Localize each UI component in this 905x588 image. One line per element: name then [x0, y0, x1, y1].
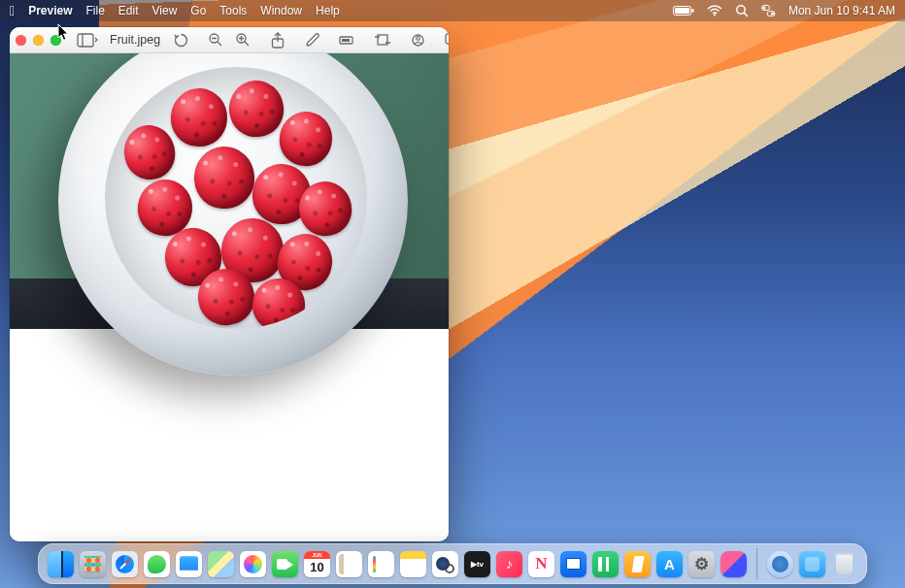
window-controls — [16, 35, 61, 46]
svg-point-26 — [416, 36, 419, 40]
document-title: Fruit.jpeg — [110, 33, 160, 47]
toolbar — [168, 30, 449, 50]
zoom-out-button[interactable] — [203, 30, 228, 50]
dock-app-numbers[interactable] — [592, 551, 619, 577]
dock-app-mail[interactable] — [176, 551, 202, 577]
menu-edit[interactable]: Edit — [118, 4, 139, 17]
image-canvas[interactable] — [10, 53, 449, 541]
rotate-button[interactable] — [168, 30, 193, 50]
menubar-right: Mon Jun 10 9:41 AM — [673, 4, 895, 17]
spotlight-icon[interactable] — [735, 4, 749, 17]
dock-app-photos[interactable] — [240, 551, 266, 577]
menubar-clock[interactable]: Mon Jun 10 9:41 AM — [788, 4, 895, 17]
dock-app-safari[interactable] — [112, 551, 138, 577]
close-button[interactable] — [16, 35, 26, 46]
sidebar-toggle[interactable] — [75, 30, 100, 50]
zoom-in-button[interactable] — [230, 30, 255, 50]
dock-app-contacts[interactable] — [336, 551, 362, 577]
dock-app-appstore[interactable] — [656, 551, 683, 577]
svg-point-9 — [771, 12, 774, 15]
svg-point-7 — [762, 6, 765, 9]
markup-button[interactable] — [300, 30, 325, 50]
redact-button[interactable] — [335, 30, 360, 50]
apple-menu[interactable]:  — [10, 4, 15, 17]
crop-button[interactable] — [370, 30, 395, 50]
dock: JUN10 — [38, 543, 867, 584]
dock-app-maps[interactable] — [208, 551, 234, 577]
dock-trash[interactable] — [831, 551, 857, 577]
svg-rect-27 — [446, 34, 449, 44]
dock-app-iphone-mirroring[interactable] — [721, 551, 747, 577]
dock-app-news[interactable] — [528, 551, 554, 577]
menu-go[interactable]: Go — [190, 4, 206, 17]
svg-line-5 — [744, 13, 748, 16]
menu-view[interactable]: View — [152, 4, 178, 17]
preview-window: Fruit.jpeg — [10, 27, 449, 541]
menu-help[interactable]: Help — [316, 4, 340, 17]
svg-rect-2 — [691, 9, 693, 13]
svg-rect-1 — [675, 8, 689, 14]
dock-separator — [756, 548, 757, 579]
dock-app-calendar[interactable]: JUN10 — [304, 551, 330, 577]
menu-tools[interactable]: Tools — [219, 4, 247, 17]
image-content — [10, 53, 449, 325]
dock-app-launchpad[interactable] — [80, 551, 106, 577]
dock-app-notes[interactable] — [400, 551, 426, 577]
svg-line-18 — [245, 42, 249, 46]
menu-file[interactable]: File — [86, 4, 105, 17]
svg-rect-10 — [78, 34, 93, 47]
dock-app-music[interactable] — [496, 551, 522, 577]
annotate-button[interactable] — [440, 30, 449, 50]
dock-stack-documents[interactable] — [799, 551, 825, 577]
dock-app-system-settings[interactable] — [688, 551, 715, 577]
mouse-cursor — [57, 23, 71, 43]
dock-stack-downloads[interactable] — [767, 551, 793, 577]
dock-app-facetime[interactable] — [272, 551, 298, 577]
dock-app-tv[interactable] — [464, 551, 490, 577]
battery-icon[interactable] — [673, 5, 694, 16]
svg-point-4 — [737, 6, 745, 14]
menubar:  Preview File Edit View Go Tools Window… — [0, 0, 905, 21]
share-button[interactable] — [265, 30, 290, 50]
menubar-left:  Preview File Edit View Go Tools Window… — [10, 4, 340, 17]
dock-app-keynote[interactable] — [560, 551, 587, 577]
dock-app-finder[interactable] — [48, 551, 74, 577]
control-center-icon[interactable] — [761, 5, 776, 16]
minimize-button[interactable] — [33, 35, 44, 46]
dock-app-reminders[interactable] — [368, 551, 394, 577]
svg-point-3 — [714, 15, 716, 16]
menu-window[interactable]: Window — [260, 4, 302, 17]
dock-app-pages[interactable] — [624, 551, 651, 577]
svg-line-14 — [218, 42, 221, 46]
dock-app-messages[interactable] — [144, 551, 170, 577]
form-button[interactable] — [405, 30, 430, 50]
app-menu[interactable]: Preview — [28, 4, 72, 17]
wifi-icon[interactable] — [707, 5, 722, 16]
titlebar[interactable]: Fruit.jpeg — [10, 27, 449, 53]
dock-app-preview[interactable] — [432, 551, 458, 577]
